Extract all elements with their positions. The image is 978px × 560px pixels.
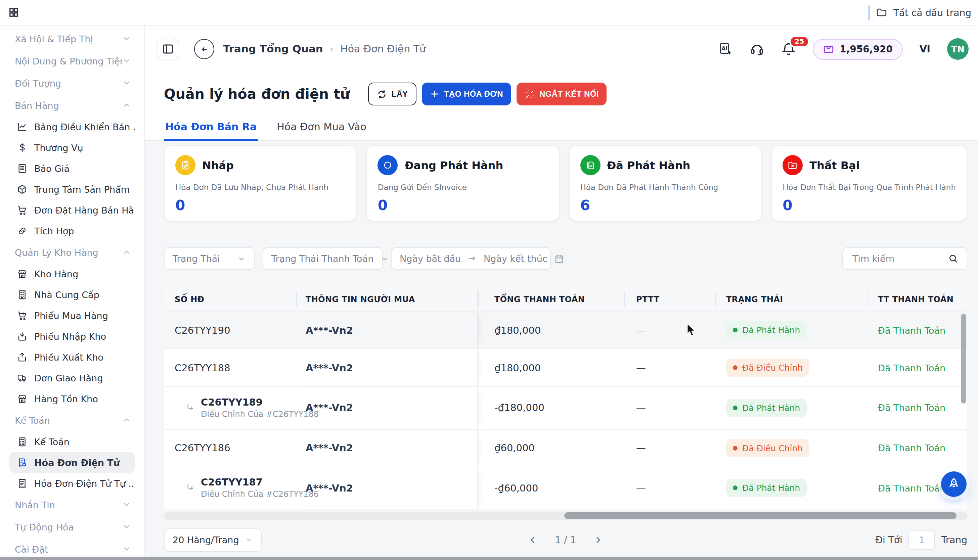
search-box[interactable] xyxy=(842,247,967,270)
tab-hoa-don-mua-vao[interactable]: Hóa Đơn Mua Vào xyxy=(275,121,368,140)
chevron-down-icon xyxy=(122,500,131,509)
sidebar-item-Đơn Đặt Hàng Bán Hà...[interactable]: Đơn Đặt Hàng Bán Hà... xyxy=(9,200,135,220)
sidebar-item-Tích Hợp[interactable]: Tích Hợp xyxy=(9,220,135,241)
tab-bar: Hóa Đơn Bán Ra Hóa Đơn Mua Vào xyxy=(145,121,978,141)
sidebar-item-label: Phiếu Xuất Kho xyxy=(34,352,103,362)
chevron-right-icon: › xyxy=(330,43,334,54)
sidebar-item-Nhà Cung Cấp[interactable]: Nhà Cung Cấp xyxy=(9,284,135,305)
breadcrumb-root[interactable]: Trang Tổng Quan xyxy=(223,43,323,55)
sidebar-section-Kế Toán[interactable]: Kế Toán xyxy=(0,409,144,431)
sidebar-item-Kế Toán[interactable]: Kế Toán xyxy=(9,431,135,452)
apps-grid-icon[interactable] xyxy=(9,7,19,17)
table-horizontal-scrollbar[interactable] xyxy=(164,512,967,520)
sidebar-section-Quản Lý Kho Hàng[interactable]: Quản Lý Kho Hàng xyxy=(0,241,144,263)
sidebar-section-Nội Dung & Phương Tiện[interactable]: Nội Dung & Phương Tiện xyxy=(0,50,144,72)
tab-hoa-don-ban-ra[interactable]: Hóa Đơn Bán Ra xyxy=(164,121,258,140)
date-start-placeholder: Ngày bắt đầu xyxy=(400,253,461,264)
sidebar-section-Nhắn Tin[interactable]: Nhắn Tin xyxy=(0,493,144,516)
bookmarks-group[interactable]: Tất cả dấu trang xyxy=(868,5,971,20)
column-header-TỔNG THANH TOÁN[interactable]: TỔNG THANH TOÁN xyxy=(477,287,624,311)
back-button[interactable] xyxy=(194,39,214,59)
sidebar-section-label: Xã Hội & Tiếp Thị xyxy=(15,33,122,44)
published-icon xyxy=(580,155,600,175)
column-header-SỐ HĐ[interactable]: SỐ HĐ xyxy=(164,287,296,311)
wallet-balance-pill[interactable]: 1,956,920 xyxy=(813,38,903,60)
chevron-down-icon xyxy=(380,254,389,263)
column-header-THÔNG TIN NGƯỜI MUA[interactable]: THÔNG TIN NGƯỜI MUA xyxy=(296,287,477,311)
sidebar-section-Tự Động Hóa[interactable]: Tự Động Hóa xyxy=(0,516,144,538)
stat-card-Đã Phát Hành[interactable]: Đã Phát HànhHóa Đơn Đã Phát Hành Thành C… xyxy=(569,145,762,222)
sidebar-item-Đơn Giao Hàng[interactable]: Đơn Giao Hàng xyxy=(9,367,135,388)
table-row-C26TYY190[interactable]: C26TYY190A***-Vn2₫180,000—Đã Phát HànhĐã… xyxy=(164,311,967,348)
column-header-TRẠNG THÁI[interactable]: TRẠNG THÁI xyxy=(715,287,868,311)
stat-card-Đang Phát Hành[interactable]: Đang Phát HànhĐang Gửi Đến SInvoice0 xyxy=(366,145,559,222)
support-headset-icon[interactable] xyxy=(749,42,764,57)
status-label: Đã Phát Hành xyxy=(742,483,800,493)
sidebar-item-Hóa Đơn Điện Tử[interactable]: Hóa Đơn Điện Tử xyxy=(9,452,135,473)
sidebar-item-Hàng Tồn Kho[interactable]: Hàng Tồn Kho xyxy=(9,388,135,409)
ai-assistant-icon[interactable]: AI xyxy=(718,42,733,57)
goto-page-input[interactable] xyxy=(908,530,935,550)
column-header-PTTT[interactable]: PTTT xyxy=(624,287,715,311)
sidebar-toggle-button[interactable] xyxy=(157,38,179,60)
sidebar-item-Báo Giá[interactable]: Báo Giá xyxy=(9,158,135,178)
stat-card-value: 6 xyxy=(580,197,750,213)
fetch-button[interactable]: LẤY xyxy=(368,83,416,105)
cart-icon xyxy=(17,205,28,215)
sidebar-section-label: Nội Dung & Phương Tiện xyxy=(15,55,122,66)
sidebar-item-Kho Hàng[interactable]: Kho Hàng xyxy=(9,263,135,284)
table-row-C26TYY187[interactable]: C26TYY187Điều Chỉnh Của #C26TYY186A***-V… xyxy=(164,466,967,509)
page-size-dropdown[interactable]: 20 Hàng/Trang xyxy=(164,528,262,552)
table-row-C26TYY186[interactable]: C26TYY186A***-Vn2₫60,000—Đã Điều ChỉnhĐã… xyxy=(164,429,967,466)
prev-page-icon[interactable] xyxy=(528,535,538,545)
cell-buyer-info: A***-Vn2 xyxy=(296,312,477,348)
table-body: C26TYY190A***-Vn2₫180,000—Đã Phát HànhĐã… xyxy=(164,311,967,509)
disconnect-button[interactable]: NGẮT KẾT NỐI xyxy=(517,83,607,105)
payment-status-filter-dropdown[interactable]: Trạng Thái Thanh Toán xyxy=(263,247,383,270)
sidebar-item-Bảng Điều Khiển Bán ...[interactable]: Bảng Điều Khiển Bán ... xyxy=(9,116,135,137)
sidebar-item-Hóa Đơn Điện Tử Tự ...[interactable]: Hóa Đơn Điện Tử Tự ... xyxy=(9,473,135,493)
create-invoice-button[interactable]: TẠO HÓA ĐƠN xyxy=(422,83,511,105)
rocket-launcher-button[interactable] xyxy=(941,472,966,497)
breadcrumb: Trang Tổng Quan › Hóa Đơn Điện Tử xyxy=(223,43,426,55)
next-page-icon[interactable] xyxy=(593,535,603,545)
cell-total-payment: ₫180,000 xyxy=(477,349,624,386)
calendar-icon xyxy=(554,253,564,263)
stat-card-Nháp[interactable]: NhápHóa Đơn Đã Lưu Nháp, Chưa Phát Hành0 xyxy=(164,145,357,222)
cell-invoice-number: C26TYY187Điều Chỉnh Của #C26TYY186 xyxy=(164,467,296,509)
child-arrow-icon xyxy=(185,483,195,493)
horizontal-scrollbar-thumb[interactable] xyxy=(564,512,956,519)
status-dot-icon xyxy=(733,486,738,490)
table-vertical-scrollbar[interactable] xyxy=(961,313,966,403)
table-row-C26TYY188[interactable]: C26TYY188A***-Vn2₫180,000—Đã Điều ChỉnhĐ… xyxy=(164,348,967,386)
table-row-C26TYY189[interactable]: C26TYY189Điều Chỉnh Của #C26TYY188A***-V… xyxy=(164,386,967,429)
cell-buyer-info: A***-Vn2 xyxy=(296,349,477,386)
page-head: Quản lý hóa đơn điện tử LẤY xyxy=(145,73,978,141)
status-filter-dropdown[interactable]: Trạng Thái xyxy=(164,247,255,270)
sidebar-item-Trung Tâm Sản Phẩm[interactable]: Trung Tâm Sản Phẩm xyxy=(9,178,135,200)
sidebar-item-label: Đơn Đặt Hàng Bán Hà... xyxy=(34,205,135,215)
sidebar-section-Bán Hàng[interactable]: Bán Hàng xyxy=(0,94,144,116)
sidebar-section-Xã Hội & Tiếp Thị[interactable]: Xã Hội & Tiếp Thị xyxy=(0,28,144,50)
sidebar-item-Phiếu Xuất Kho[interactable]: Phiếu Xuất Kho xyxy=(9,347,135,367)
sidebar-item-Phiếu Nhập Kho[interactable]: Phiếu Nhập Kho xyxy=(9,326,135,347)
column-header-TT THANH TOÁN[interactable]: TT THANH TOÁN xyxy=(868,287,967,311)
sidebar-section-Đối Tượng[interactable]: Đối Tượng xyxy=(0,72,144,94)
bottom-scroll-strip[interactable] xyxy=(0,557,978,560)
avatar[interactable]: TN xyxy=(947,38,969,60)
cell-buyer-info: A***-Vn2 xyxy=(296,387,477,429)
cell-payment-method: — xyxy=(624,429,715,466)
date-range-picker[interactable]: Ngày bắt đầu Ngày kết thúc xyxy=(391,247,551,270)
stat-card-Thất Bại[interactable]: Thất BạiHóa Đơn Thất Bại Trong Quá Trình… xyxy=(771,145,967,222)
sidebar-item-Phiếu Mua Hàng[interactable]: Phiếu Mua Hàng xyxy=(9,305,135,326)
stat-card-title: Đang Phát Hành xyxy=(405,159,503,172)
sidebar-item-Thương Vụ[interactable]: Thương Vụ xyxy=(9,137,135,158)
language-selector[interactable]: VI xyxy=(920,43,930,54)
notifications-bell-icon[interactable]: 25 xyxy=(781,42,796,57)
building-icon xyxy=(17,289,28,300)
stat-card-subtitle: Hóa Đơn Thất Bại Trong Quá Trình Phát Hà… xyxy=(783,183,956,192)
sidebar-item-label: Báo Giá xyxy=(34,163,70,173)
search-input[interactable] xyxy=(851,252,932,265)
cart-plus-icon xyxy=(17,310,28,321)
invoice-icon xyxy=(17,457,28,468)
